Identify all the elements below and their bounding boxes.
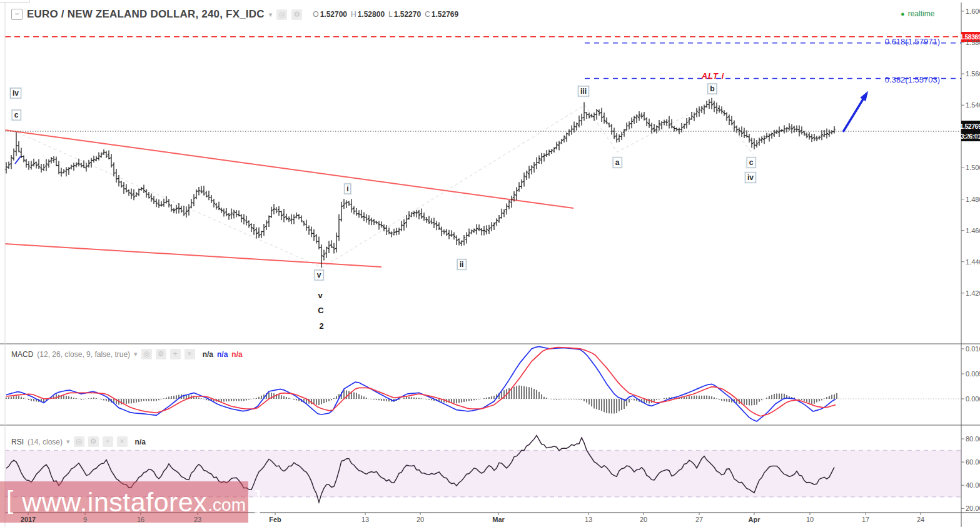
time-axis-label: 9 [83, 516, 87, 523]
realtime-dot-icon: ● [901, 10, 905, 18]
time-axis-label: 27 [695, 516, 703, 523]
macd-axis-label: 0.0000 [966, 395, 980, 403]
wave-label-iv[interactable]: iv [10, 88, 21, 99]
macd-axis-label: 0.0050 [966, 370, 980, 378]
close-value: 1.52769 [432, 10, 458, 19]
macd-legend: MACD (12, 26, close, 9, false, true) ▾ ◎… [11, 349, 243, 359]
chart-canvas[interactable] [0, 0, 980, 527]
time-axis-label: Mar [492, 516, 505, 523]
price-axis-label: 1.50000 [966, 164, 980, 171]
ohlc-values: O1.52700 H1.52800 L1.52270 C1.52769 [313, 10, 458, 19]
rsi-legend: RSI (14, close) ▾ ◎ ⚙ + × n/a [11, 436, 146, 447]
rsi-axis-label: 80.0000 [966, 435, 980, 443]
price-axis-label: 1.60000 [966, 8, 980, 15]
time-axis-label: 2017 [21, 516, 36, 523]
time-axis-label: 24 [917, 516, 924, 523]
gear-icon[interactable]: ⚙ [156, 349, 166, 359]
macd-title[interactable]: MACD [11, 350, 33, 359]
high-label: H [351, 10, 356, 19]
wave-label-v[interactable]: v [315, 270, 324, 281]
wave-label-iv[interactable]: iv [745, 173, 756, 183]
chevron-down-icon[interactable]: ▾ [66, 438, 70, 446]
gear-icon[interactable]: ⚙ [291, 9, 302, 20]
visibility-icon[interactable]: ◎ [141, 349, 152, 359]
watermark-bracket-open: [ [6, 486, 13, 514]
close-icon[interactable]: × [184, 349, 195, 359]
macd-hist-value: n/a [231, 350, 242, 359]
watermark-text: www.instaforex [22, 487, 207, 518]
plus-icon[interactable]: + [170, 349, 181, 359]
price-axis-label: 1.48000 [966, 196, 980, 203]
wave-label-2[interactable]: 2 [319, 321, 323, 331]
symbol-header: − EURO / NEW ZEALAND DOLLAR, 240, FX_IDC… [11, 8, 458, 21]
time-axis-label: 13 [585, 516, 592, 523]
close-icon[interactable]: × [117, 436, 128, 447]
price-axis-label: 1.42000 [966, 289, 980, 297]
gear-icon[interactable]: ⚙ [88, 436, 99, 447]
price-axis-label: 1.54000 [966, 101, 980, 109]
rsi-params: (14, close) [28, 438, 63, 446]
wave-label-b[interactable]: b [707, 84, 717, 94]
macd-axis-label: 0.0100 [966, 345, 980, 353]
rsi-axis-label: 40.0000 [966, 481, 980, 489]
chevron-down-icon[interactable]: ▾ [269, 11, 273, 19]
time-axis-label: 20 [640, 516, 647, 523]
price-bars[interactable] [5, 98, 836, 268]
time-axis-label: 13 [361, 516, 369, 523]
wave-label-c[interactable]: c [12, 110, 21, 121]
time-axis-label: Feb [269, 516, 281, 523]
wave-label-C[interactable]: C [318, 306, 323, 315]
trendline-0[interactable] [5, 130, 573, 208]
wave-label-c[interactable]: c [747, 158, 756, 168]
price-axis-label: 1.52000 [966, 133, 980, 140]
trendline-1[interactable] [5, 244, 381, 267]
price-axis-label: 1.44000 [966, 258, 980, 266]
macd-params: (12, 26, close, 9, false, true) [37, 350, 130, 359]
time-axis-label: 23 [194, 516, 201, 523]
open-label: O [313, 10, 318, 19]
rsi-axis-label: 60.0000 [966, 458, 980, 466]
fib-level-label-382[interactable]: 0.382(1.55703) [885, 75, 940, 84]
rsi-axis-label: 20.0000 [966, 504, 980, 512]
realtime-indicator: ● realtime [901, 9, 934, 18]
wave-label-iii[interactable]: iii [578, 86, 589, 97]
time-axis-label: 16 [137, 516, 144, 523]
realtime-label: realtime [908, 9, 935, 18]
trading-chart-window: − EURO / NEW ZEALAND DOLLAR, 240, FX_IDC… [0, 0, 980, 527]
watermark-suffix: .com [208, 495, 246, 515]
low-label: L [388, 10, 393, 19]
macd-histogram [6, 385, 837, 413]
high-value: 1.52800 [358, 10, 385, 19]
price-axis-label: 1.58000 [966, 39, 980, 46]
instaforex-watermark: [ www.instaforex .com ] [0, 481, 248, 523]
wave-label-i[interactable]: i [344, 184, 351, 194]
wave-label-ii[interactable]: ii [457, 259, 467, 270]
wave-label-v[interactable]: v [318, 291, 322, 300]
macd-signal-value: n/a [217, 350, 228, 359]
chevron-down-icon[interactable]: ▾ [134, 350, 138, 358]
wave-projection-path [18, 102, 754, 268]
symbol-title[interactable]: EURO / NEW ZEALAND DOLLAR, 240, FX_IDC [27, 8, 265, 21]
macd-value: n/a [203, 350, 213, 359]
rsi-title[interactable]: RSI [11, 438, 24, 446]
time-axis-label: 17 [862, 516, 869, 523]
low-value: 1.52270 [394, 10, 421, 19]
close-label: C [425, 10, 430, 19]
time-axis-label: 20 [417, 516, 424, 523]
plus-icon[interactable]: + [103, 436, 113, 447]
alt-wave-label[interactable]: ALT i [702, 71, 725, 81]
current-price-badge: 1.52769 [961, 121, 980, 131]
collapse-pane-button[interactable]: − [11, 9, 23, 20]
time-axis-label: 10 [806, 516, 814, 523]
watermark-bracket-close: ] [255, 486, 261, 514]
wave-label-a[interactable]: a [613, 158, 622, 168]
fib-level-label-618[interactable]: 0.618(1.57971) [885, 37, 940, 46]
mini-drawing-segment[interactable] [15, 156, 21, 164]
bullish-arrow-head [860, 91, 868, 101]
price-axis-label: 1.46000 [966, 227, 980, 234]
visibility-icon[interactable]: ◎ [74, 436, 84, 447]
rsi-value: n/a [135, 438, 146, 446]
open-value: 1.52700 [320, 10, 347, 19]
visibility-icon[interactable]: ◎ [276, 9, 287, 20]
time-axis-label: Apr [749, 516, 760, 523]
